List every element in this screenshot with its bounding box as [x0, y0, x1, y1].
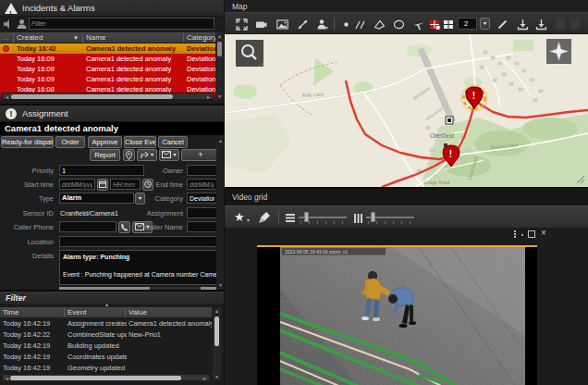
event-table-header[interactable]: Time Event Value [0, 307, 212, 318]
col-value[interactable]: Value [129, 307, 207, 318]
col-event[interactable]: Event [67, 307, 121, 318]
add-button[interactable]: + [181, 149, 220, 161]
incident-title-bar: Camera1 detected anomaly [0, 122, 224, 135]
approve-button[interactable]: Approve [88, 136, 122, 148]
mute-speaker-icon[interactable] [3, 19, 14, 30]
col-icon: … [2, 32, 13, 43]
alarm-row[interactable]: Today 16:42 Camera1 detected anomaly Dev… [0, 43, 215, 54]
close-event-button[interactable]: Close Event [124, 136, 156, 148]
alarm-grid-red-icon[interactable] [429, 19, 441, 31]
pointer-dart-icon[interactable] [413, 19, 425, 31]
col-time[interactable]: Time [3, 307, 58, 318]
tile-close-icon[interactable]: × [541, 228, 546, 238]
event-log-header[interactable]: Filter [0, 292, 224, 305]
email-caret-icon: ▾ [174, 152, 177, 157]
start-hm-input[interactable] [110, 179, 141, 190]
draw-line-tool-icon[interactable] [496, 19, 508, 31]
caller-name-label: Caller Name [144, 221, 183, 233]
assignment-panel-title: Assignment [22, 106, 68, 122]
alarm-grid-white-icon[interactable] [443, 19, 455, 31]
draw-ellipse-icon[interactable] [393, 19, 405, 31]
map-compass-button[interactable] [546, 39, 571, 64]
collapse-handle-icon[interactable]: ▴ [105, 301, 108, 307]
event-row[interactable]: Today 16:42:19 Geometry updated [0, 363, 212, 374]
favorites-caret-icon[interactable]: ▾ [247, 217, 250, 223]
add-image-icon[interactable] [276, 19, 288, 31]
col-name[interactable]: Name [86, 32, 178, 43]
share-button[interactable]: ▾ [137, 149, 157, 161]
camera-video-image: 2023-06-05 16:43:16 zoom: x1 [280, 247, 525, 385]
video-grid-title: Video grid [232, 192, 267, 202]
sort-desc-icon[interactable]: ▼ [73, 32, 82, 43]
ready-for-dispatch-button[interactable]: Ready-for dispatch [1, 136, 54, 148]
priority-input[interactable] [59, 165, 144, 176]
alarm-filter-input[interactable] [29, 18, 214, 30]
assignment-input[interactable] [187, 207, 217, 218]
end-time-label: End time [144, 179, 183, 191]
cancel-button[interactable]: Cancel [158, 136, 188, 148]
location-input[interactable] [59, 236, 219, 247]
incidents-panel-header: ! Incidents & Alarms [0, 0, 224, 17]
draw-point-icon[interactable] [340, 19, 352, 31]
email-button[interactable]: ▾ [159, 149, 179, 161]
col-created[interactable]: Created [17, 32, 72, 43]
owner-input[interactable] [187, 165, 217, 176]
owner-label: Owner [144, 165, 183, 177]
event-row[interactable]: Today 16:42:19 Building updated [0, 341, 212, 352]
share-icon [141, 151, 149, 159]
event-hscrollbar[interactable]: ◄ ► [2, 374, 210, 381]
start-time-label: Start time [3, 179, 54, 191]
add-camera-icon[interactable] [255, 19, 267, 31]
map-zoom-level-box[interactable]: 2 [458, 18, 477, 30]
map-building-icon[interactable] [446, 117, 453, 124]
disabled-tool [556, 19, 565, 30]
type-label: Type [3, 192, 54, 205]
report-button[interactable]: Report [90, 149, 120, 161]
draw-polygon-icon[interactable] [374, 19, 386, 31]
calendar-button[interactable] [97, 179, 108, 191]
fit-to-view-icon[interactable] [236, 19, 248, 31]
event-log-title: Filter [6, 292, 26, 305]
phone-button[interactable] [118, 221, 130, 233]
alarm-row[interactable]: Today 16:09 Camera1 detected anomaly Dev… [0, 54, 215, 64]
draw-polyline-icon[interactable] [355, 19, 367, 31]
alarm-row[interactable]: Today 16:09 Camera1 detected anomaly Dev… [0, 74, 215, 84]
event-row[interactable]: Today 16:42:19 Assignment created Camera… [0, 318, 212, 329]
incidents-alarms-panel: ! Incidents & Alarms … Created ▼ Name Ca… [0, 0, 224, 104]
phone-icon [120, 223, 129, 231]
alarm-row[interactable]: Today 16:09 Camera1 detected anomaly Dev… [0, 64, 215, 74]
map-canvas[interactable]: Cranfield Folly Lane Court Road Rectory … [225, 34, 588, 187]
order-button[interactable]: Order [55, 136, 85, 148]
event-row[interactable]: Today 16:42:22 CombinedState updat... Ne… [0, 329, 212, 341]
person-caret-icon[interactable]: ▾ [325, 24, 328, 31]
caller-name-input[interactable] [187, 221, 217, 232]
details-textarea[interactable]: Alarm type: Punching Event : Punching ha… [59, 250, 219, 285]
incidents-panel-title: Incidents & Alarms [22, 0, 95, 17]
category-input[interactable] [187, 192, 217, 204]
camera-tile[interactable]: 2023-06-05 16:43:16 zoom: x1 [257, 245, 537, 385]
assignment-vscrollbar[interactable]: ▲ ▼ [216, 136, 224, 290]
measure-arrow-icon[interactable] [297, 19, 309, 31]
start-date-input[interactable] [59, 179, 95, 190]
setup-brush-icon[interactable] [258, 211, 271, 224]
event-vscrollbar[interactable]: ▲ ▼ [213, 307, 221, 380]
end-date-input[interactable] [187, 179, 217, 190]
zoom-level-caret-button[interactable]: ▾ [480, 18, 490, 30]
tile-fullscreen-icon[interactable] [528, 230, 535, 238]
location-pin-button[interactable] [123, 149, 135, 161]
export-map-icon[interactable] [517, 19, 529, 31]
tile-more-menu-icon[interactable] [514, 230, 516, 239]
col-category[interactable]: Category [187, 32, 216, 43]
event-row[interactable]: Today 16:42:19 Coordinates updated [0, 352, 212, 363]
alarm-table-header[interactable]: … Created ▼ Name Category [0, 32, 215, 43]
map-toolbar: ▾ 2 ▾ [225, 12, 588, 34]
alarm-vscrollbar[interactable]: ▲ ▼ [215, 32, 224, 100]
map-search-button[interactable] [236, 40, 263, 67]
alarm-hscrollbar[interactable]: ◄ ► [2, 93, 214, 100]
type-select[interactable]: Alarm [59, 192, 134, 204]
operator-icon[interactable] [17, 19, 27, 30]
favorites-star-icon[interactable]: ★ [234, 210, 245, 224]
import-map-icon[interactable] [535, 19, 547, 31]
columns-slider-thumb[interactable] [371, 212, 375, 222]
caller-phone-input[interactable] [59, 221, 116, 232]
